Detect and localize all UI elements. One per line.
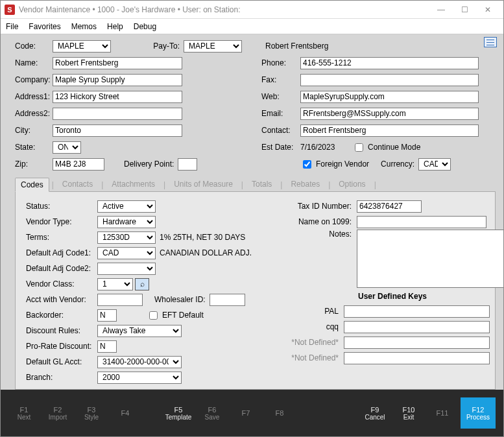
fkey-f4[interactable]: F4 <box>110 397 141 429</box>
wholesaler-id-input[interactable] <box>210 294 245 306</box>
currency-select[interactable]: CAD <box>418 158 451 171</box>
payto-select[interactable]: MAPLE <box>184 40 242 53</box>
tab-codes[interactable]: Codes <box>15 178 49 192</box>
menu-favorites[interactable]: Favorites <box>29 22 60 31</box>
name1099-input[interactable] <box>357 216 486 228</box>
label-zip: Zip: <box>15 159 53 169</box>
continue-mode-checkbox[interactable] <box>355 143 363 152</box>
label-backorder: Backorder: <box>26 311 97 320</box>
udk-input-3[interactable] <box>344 337 490 349</box>
udk-input-4[interactable] <box>344 352 490 364</box>
label-discount-rules: Discount Rules: <box>26 326 97 335</box>
fkey-f6[interactable]: F6Save <box>197 397 228 429</box>
tab-options[interactable]: Options <box>333 177 371 191</box>
label-web: Web: <box>261 92 300 101</box>
vendor-right-column: Robert Frentsberg Phone: Fax: Web: Email… <box>261 38 496 173</box>
footer-bar: F1Next F2Import F3Style F4 F5Template F6… <box>1 390 503 436</box>
name-input[interactable] <box>53 57 182 69</box>
label-branch: Branch: <box>26 373 97 382</box>
foreign-vendor-checkbox[interactable] <box>303 160 311 169</box>
adj2-select[interactable] <box>97 263 156 275</box>
fkey-f7[interactable]: F7 <box>230 397 261 429</box>
minimize-button[interactable]: — <box>429 2 453 18</box>
address2-input[interactable] <box>53 108 182 120</box>
menu-memos[interactable]: Memos <box>71 22 97 31</box>
company-input[interactable] <box>53 74 182 86</box>
label-contact: Contact: <box>261 126 300 135</box>
web-input[interactable] <box>300 91 479 103</box>
backorder-input[interactable] <box>97 309 117 322</box>
menu-debug[interactable]: Debug <box>134 22 156 31</box>
fkey-f8[interactable]: F8 <box>264 397 295 429</box>
zip-input[interactable] <box>53 158 104 171</box>
vendor-class-lookup-icon[interactable]: ⌕ <box>135 278 149 290</box>
label-state: State: <box>15 143 53 152</box>
udk-label-1: PAL <box>279 307 344 316</box>
label-wholesaler-id: Wholesaler ID: <box>154 295 206 304</box>
discount-rules-select[interactable]: Always Take <box>97 325 182 337</box>
fkey-f2[interactable]: F2Import <box>42 397 73 429</box>
terms-select[interactable]: 12530D <box>97 231 156 244</box>
udk-label-4: *Not Defined* <box>279 353 344 362</box>
udk-label-3: *Not Defined* <box>279 338 344 347</box>
notes-textarea[interactable] <box>357 230 503 288</box>
app-icon: S <box>5 5 15 15</box>
fax-input[interactable] <box>300 74 479 86</box>
label-address1: Address1: <box>15 92 53 101</box>
est-date-value: 7/16/2023 <box>300 143 352 152</box>
list-icon[interactable] <box>484 37 497 47</box>
state-select[interactable]: ON <box>53 141 81 154</box>
phone-input[interactable] <box>300 57 479 69</box>
label-taxid: Tax ID Number: <box>279 202 357 211</box>
fkey-f1[interactable]: F1Next <box>8 397 40 429</box>
label-prorate: Pro-Rate Discount: <box>26 342 97 351</box>
tabbar: Codes | Contacts | Attachments | Units o… <box>15 177 496 191</box>
acct-vendor-input[interactable] <box>97 294 143 306</box>
adj1-desc: CANADIAN DOLLAR ADJ. <box>160 248 252 257</box>
tab-rebates[interactable]: Rebates <box>285 177 326 191</box>
menu-file[interactable]: File <box>6 22 18 31</box>
label-city: City: <box>15 126 53 135</box>
label-vendor-type: Vendor Type: <box>26 217 97 226</box>
fkey-f11[interactable]: F11 <box>427 397 458 429</box>
maximize-button[interactable]: ☐ <box>453 2 476 18</box>
label-delivery-point: Delivery Point: <box>124 159 174 169</box>
label-currency: Currency: <box>381 159 414 169</box>
window-buttons: — ☐ ✕ <box>429 2 499 18</box>
tab-totals[interactable]: Totals <box>246 177 278 191</box>
delivery-point-input[interactable] <box>178 158 197 171</box>
vendor-left-column: Code: MAPLE Pay-To: MAPLE Name: Company:… <box>15 38 242 173</box>
fkey-f5[interactable]: F5Template <box>163 397 194 429</box>
label-address2: Address2: <box>15 109 53 118</box>
prorate-input[interactable] <box>97 340 117 353</box>
email-input[interactable] <box>300 108 479 120</box>
branch-select[interactable]: 2000 <box>97 372 182 384</box>
tab-units-of-measure[interactable]: Units of Measure <box>168 177 239 191</box>
fkey-f9[interactable]: F9Cancel <box>359 397 390 429</box>
label-adj1: Default Adj Code1: <box>26 248 97 257</box>
udk-input-1[interactable] <box>344 305 490 318</box>
menu-help[interactable]: Help <box>107 22 123 31</box>
vendor-name-display: Robert Frentsberg <box>265 41 328 51</box>
label-email: Email: <box>261 109 300 118</box>
gl-select[interactable]: 31400-2000-000-000 <box>97 356 182 368</box>
label-payto: Pay-To: <box>153 41 180 51</box>
adj1-select[interactable]: CAD <box>97 247 156 259</box>
tab-attachments[interactable]: Attachments <box>106 177 161 191</box>
fkey-f3[interactable]: F3Style <box>76 397 107 429</box>
tab-contacts[interactable]: Contacts <box>56 177 99 191</box>
contact-input[interactable] <box>300 124 479 137</box>
taxid-input[interactable] <box>357 200 422 213</box>
vendor-class-select[interactable]: 1 <box>97 278 133 290</box>
status-select[interactable]: Active <box>97 200 156 213</box>
fkey-f12-process[interactable]: F12Process <box>461 397 496 429</box>
fkey-f10[interactable]: F10Exit <box>393 397 424 429</box>
close-button[interactable]: ✕ <box>476 2 499 18</box>
vendor-type-select[interactable]: Hardware <box>97 216 156 228</box>
city-input[interactable] <box>53 124 182 137</box>
eft-default-checkbox[interactable] <box>149 311 158 320</box>
address1-input[interactable] <box>53 91 182 103</box>
menubar: File Favorites Memos Help Debug <box>1 19 503 34</box>
udk-input-2[interactable] <box>344 321 490 333</box>
code-select[interactable]: MAPLE <box>53 40 111 53</box>
